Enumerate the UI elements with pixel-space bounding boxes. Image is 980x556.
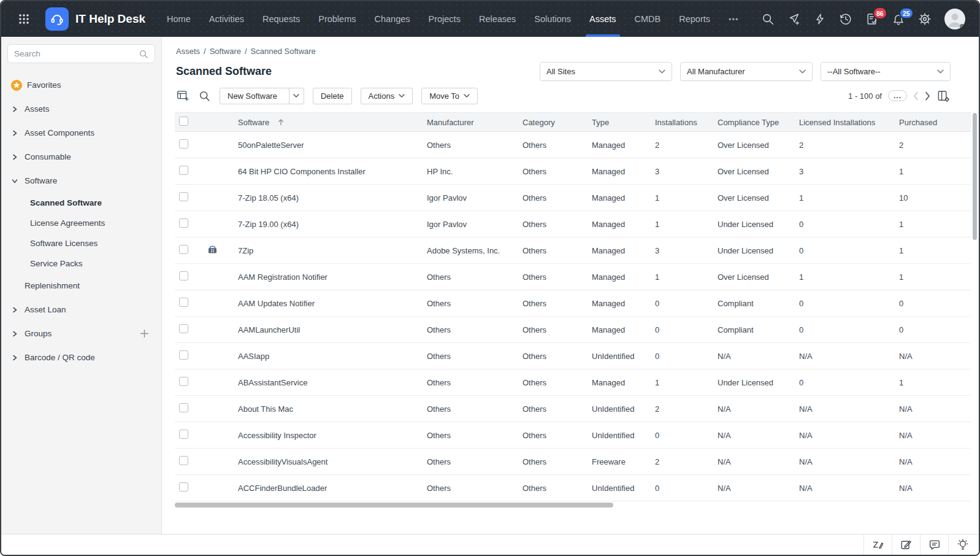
previous-page-icon[interactable] — [913, 91, 919, 101]
sidebar-item-barcode-qr[interactable]: Barcode / QR code — [1, 346, 161, 369]
software-name-link[interactable]: AAM Registration Notifier — [238, 272, 327, 282]
table-row[interactable]: 7-Zip 18.05 (x64) Igor Pavlov Others Man… — [175, 185, 971, 211]
row-checkbox[interactable] — [179, 403, 188, 412]
column-header-manufacturer[interactable]: Manufacturer — [427, 113, 523, 132]
row-checkbox[interactable] — [179, 139, 188, 149]
row-checkbox[interactable] — [179, 456, 188, 465]
software-name-link[interactable]: AccessibilityVisualsAgent — [238, 457, 327, 466]
table-row[interactable]: AAM Registration Notifier Others Others … — [175, 264, 971, 290]
table-row[interactable]: ABAssistantService Others Others Managed… — [175, 369, 971, 396]
sidebar-item-assets[interactable]: Assets — [1, 97, 161, 121]
nav-item-problems[interactable]: Problems — [309, 1, 365, 37]
add-group-icon[interactable] — [140, 329, 149, 338]
nav-item-solutions[interactable]: Solutions — [525, 1, 580, 37]
new-software-caret[interactable] — [289, 88, 304, 104]
software-filter-dropdown[interactable]: --All Software-- — [821, 62, 951, 81]
nav-item-cmdb[interactable]: CMDB — [626, 1, 670, 37]
sidebar-item-software[interactable]: Software — [1, 169, 161, 193]
table-row[interactable]: 7Zip Adobe Systems, Inc. Others Managed … — [175, 237, 971, 264]
table-row[interactable]: About This Mac Others Others UnIdentifie… — [175, 396, 971, 422]
table-customize-icon[interactable] — [176, 89, 189, 102]
vertical-scrollbar[interactable] — [973, 113, 977, 240]
quick-actions-lightning-icon[interactable] — [814, 12, 826, 26]
software-name-link[interactable]: About This Mac — [238, 404, 293, 414]
nav-item-home[interactable]: Home — [158, 1, 200, 37]
software-name-link[interactable]: AASIapp — [238, 352, 269, 361]
row-checkbox[interactable] — [179, 324, 188, 333]
software-name-link[interactable]: AAMLauncherUtil — [238, 325, 300, 334]
chat-icon[interactable] — [920, 535, 948, 555]
list-search-icon[interactable] — [198, 90, 211, 102]
column-header-installations[interactable]: Installations — [655, 113, 718, 132]
row-checkbox[interactable] — [179, 482, 188, 492]
nav-item-releases[interactable]: Releases — [470, 1, 525, 37]
software-name-link[interactable]: 7-Zip 19.00 (x64) — [238, 220, 299, 229]
zia-assistant-icon[interactable] — [863, 535, 892, 555]
table-row[interactable]: AccessibilityVisualsAgent Others Others … — [175, 449, 971, 475]
row-checkbox[interactable] — [179, 166, 188, 175]
suggestion-bulb-icon[interactable] — [948, 535, 976, 555]
column-header-licensed-installations[interactable]: Licensed Installations — [799, 113, 899, 132]
column-header-compliance-type[interactable]: Compliance Type — [718, 113, 799, 132]
site-filter-dropdown[interactable]: All Sites — [540, 62, 672, 81]
sidebar-item-scanned-software[interactable]: Scanned Software — [1, 193, 161, 213]
sidebar-item-service-packs[interactable]: Service Packs — [1, 253, 161, 274]
software-name-link[interactable]: ACCFinderBundleLoader — [238, 484, 327, 493]
nav-more-button[interactable]: ••• — [719, 1, 748, 37]
sidebar-item-asset-loan[interactable]: Asset Loan — [1, 298, 161, 322]
nav-item-projects[interactable]: Projects — [419, 1, 470, 37]
column-header-software[interactable]: Software — [238, 118, 284, 127]
nav-item-activities[interactable]: Activities — [200, 1, 253, 37]
row-checkbox[interactable] — [179, 430, 188, 439]
row-checkbox[interactable] — [179, 350, 188, 360]
column-header-type[interactable]: Type — [592, 113, 655, 132]
quick-create-icon[interactable] — [787, 12, 801, 26]
sidebar-search-input[interactable] — [14, 49, 139, 58]
feedback-compose-icon[interactable] — [892, 535, 920, 555]
table-row[interactable]: Accessibility Inspector Others Others Un… — [175, 422, 971, 449]
history-icon[interactable] — [839, 12, 852, 26]
column-settings-icon[interactable] — [936, 89, 951, 103]
breadcrumb-software[interactable]: Software — [210, 47, 241, 56]
sidebar-item-replenishment[interactable]: Replenishment — [1, 274, 161, 298]
actions-button[interactable]: Actions — [361, 88, 413, 104]
software-name-link[interactable]: AAM Updates Notifier — [238, 299, 315, 308]
nav-item-reports[interactable]: Reports — [670, 1, 719, 37]
table-row[interactable]: ACCFinderBundleLoader Others Others UnId… — [175, 475, 971, 501]
row-checkbox[interactable] — [179, 218, 188, 228]
table-row[interactable]: AAM Updates Notifier Others Others Manag… — [175, 290, 971, 317]
app-launcher-icon[interactable] — [18, 14, 29, 25]
column-header-category[interactable]: Category — [523, 113, 592, 132]
manufacturer-filter-dropdown[interactable]: All Manufacturer — [680, 62, 813, 81]
software-name-link[interactable]: Accessibility Inspector — [238, 431, 316, 440]
table-row[interactable]: 7-Zip 19.00 (x64) Igor Pavlov Others Man… — [175, 211, 971, 237]
table-row[interactable]: AAMLauncherUtil Others Others Managed 0 … — [175, 317, 971, 343]
approvals-icon[interactable]: 86 — [865, 12, 879, 26]
user-avatar[interactable] — [944, 9, 965, 29]
horizontal-scrollbar[interactable] — [175, 503, 613, 508]
table-row[interactable]: AASIapp Others Others UnIdentified 0 N/A… — [175, 343, 971, 369]
sidebar-item-asset-components[interactable]: Asset Components — [1, 121, 161, 145]
select-all-checkbox[interactable] — [179, 117, 188, 126]
software-name-link[interactable]: 7Zip — [238, 246, 253, 255]
row-checkbox[interactable] — [179, 377, 188, 386]
nav-item-requests[interactable]: Requests — [253, 1, 309, 37]
move-to-button[interactable]: Move To — [421, 88, 478, 104]
new-software-button[interactable]: New Software — [220, 88, 304, 104]
global-search-icon[interactable] — [761, 12, 775, 26]
software-name-link[interactable]: 50onPaletteServer — [238, 141, 304, 150]
software-name-link[interactable]: 64 Bit HP CIO Components Installer — [238, 167, 366, 176]
nav-item-changes[interactable]: Changes — [365, 1, 419, 37]
app-logo[interactable] — [45, 7, 69, 31]
nav-item-assets[interactable]: Assets — [580, 1, 626, 37]
notifications-bell-icon[interactable]: 25 — [892, 12, 905, 26]
sidebar-item-groups[interactable]: Groups — [1, 322, 161, 346]
delete-button[interactable]: Delete — [313, 88, 352, 104]
row-checkbox[interactable] — [179, 298, 188, 307]
sidebar-item-consumable[interactable]: Consumable — [1, 145, 161, 169]
row-checkbox[interactable] — [179, 271, 188, 280]
sidebar-item-favorites[interactable]: Favorites — [1, 73, 161, 97]
table-row[interactable]: 64 Bit HP CIO Components Installer HP In… — [175, 158, 971, 185]
next-page-icon[interactable] — [925, 91, 930, 101]
column-header-purchased[interactable]: Purchased — [899, 113, 971, 132]
